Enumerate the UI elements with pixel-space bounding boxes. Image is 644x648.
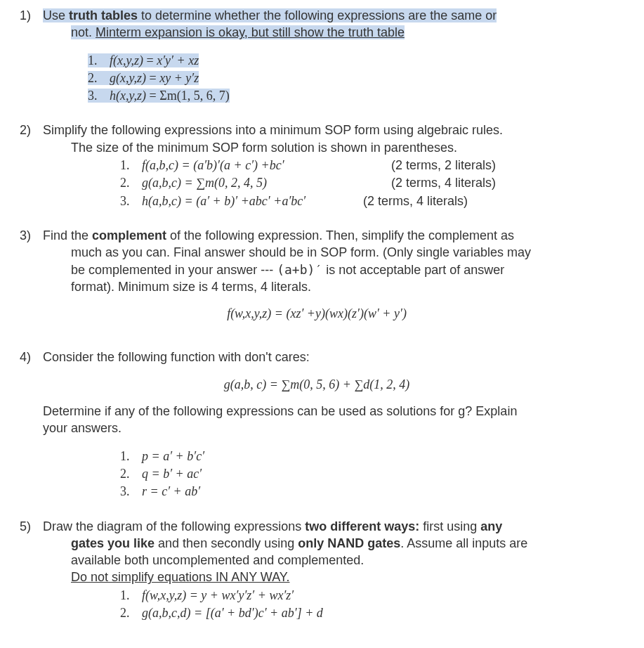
- text: Use: [43, 8, 69, 22]
- text: first using: [419, 519, 480, 533]
- equation-list: 1. f(x,y,z) = x′y′ + xz 2. g(x,y,z) = xy…: [88, 52, 619, 105]
- text-line: available both uncomplemented and comple…: [71, 552, 364, 569]
- problem-body: Consider the following function with don…: [43, 349, 619, 500]
- bold-phrase: complement: [92, 228, 166, 242]
- equation-item-1: 1. f(a,b,c) = (a′b)′(a + c′) +bc′ (2 ter…: [120, 157, 619, 174]
- text: is not acceptable part of answer: [322, 263, 504, 277]
- item-number: 1.: [88, 52, 106, 69]
- lhs: f(x,y,z): [110, 53, 143, 67]
- equation: g(x,y,z) = xy + y′z: [110, 71, 199, 85]
- problem-1: 1) Use truth tables to determine whether…: [20, 7, 624, 105]
- text: be complemented in your answer ---: [71, 263, 277, 277]
- problem-number: 2): [20, 122, 39, 138]
- equation-list: 1. f(w,x,y,z) = y + wx′y′z′ + wx′z′ 2. g…: [120, 587, 619, 622]
- equation: g(a,b,c,d) = [(a′ + bd′)c′ + ab′] + d: [142, 606, 323, 620]
- problem-body: Find the complement of the following exp…: [43, 227, 619, 332]
- item-number: 2.: [88, 70, 106, 86]
- note: (2 terms, 2 literals): [391, 157, 532, 174]
- highlighted-line: Use truth tables to determine whether th…: [43, 8, 497, 22]
- bold-phrase: two different ways:: [305, 519, 419, 533]
- equation-item-3: 3. r = c′ + ab′: [120, 483, 619, 500]
- problem-5: 5) Draw the diagram of the following exp…: [20, 518, 624, 623]
- problem-number: 1): [20, 7, 39, 24]
- bold-phrase: any: [480, 519, 502, 533]
- text: Draw the diagram of the following expres…: [43, 519, 305, 533]
- problem-body: Simplify the following expressions into …: [43, 122, 619, 209]
- text: to determine whether the following expre…: [138, 8, 497, 22]
- problem-2: 2) Simplify the following expressions in…: [20, 122, 624, 209]
- text: Find the: [43, 228, 92, 242]
- item-number: 2.: [120, 465, 138, 482]
- item-number: 2.: [120, 174, 138, 191]
- underlined-text: Do not simplify equations IN ANY WAY.: [71, 569, 289, 585]
- equation-item-2: 2. g(a,b,c) = ∑m(0, 2, 4, 5) (2 terms, 4…: [120, 174, 619, 191]
- note: (2 terms, 4 literals): [391, 174, 532, 191]
- equation-item-2: 2. g(x,y,z) = xy + y′z: [88, 70, 619, 86]
- rhs: x′y′ + xz: [157, 53, 199, 67]
- underlined-text: Minterm expansion is okay, but still sho…: [96, 25, 405, 39]
- problem-number: 3): [20, 227, 39, 244]
- code-text: (a+b)′: [277, 262, 322, 277]
- eq-sign: =: [146, 71, 159, 85]
- equation-list: 1. p = a′ + b′c′ 2. q = b′ + ac′ 3. r = …: [120, 448, 619, 500]
- equation-item-3: 3. h(a,b,c) = (a′ + b)′ +abc′ +a′bc′ (2 …: [120, 193, 619, 209]
- text-line: your answers.: [43, 421, 121, 435]
- equation: f(x,y,z) = x′y′ + xz: [110, 53, 199, 67]
- item-number: 1.: [120, 448, 138, 465]
- equation: p = a′ + b′c′: [142, 449, 204, 463]
- equation: h(x,y,z) = Σm(1, 5, 6, 7): [110, 89, 230, 103]
- bold-phrase: only NAND gates: [298, 536, 400, 550]
- problem-body: Use truth tables to determine whether th…: [43, 7, 619, 105]
- display-equation: f(w,x,y,z) = (xz′ +y)(wx)(z′)(w′ + y′): [15, 305, 619, 322]
- equation: g(a,b,c) = ∑m(0, 2, 4, 5): [142, 174, 388, 191]
- equation-item-2: 2. g(a,b,c,d) = [(a′ + bd′)c′ + ab′] + d: [120, 604, 619, 621]
- problem-number: 5): [20, 518, 39, 535]
- note: (2 terms, 4 literals): [363, 193, 504, 209]
- equation-item-3: 3. h(x,y,z) = Σm(1, 5, 6, 7): [88, 87, 619, 104]
- text-line: much as you can. Final answer should be …: [71, 244, 531, 261]
- equation-item-1: 1. p = a′ + b′c′: [120, 448, 619, 465]
- item-number: 3.: [120, 483, 138, 500]
- item-number: 1.: [120, 157, 138, 174]
- text: not.: [71, 25, 96, 39]
- line: not. Minterm expansion is okay, but stil…: [71, 25, 405, 39]
- equation-item-2: 2. q = b′ + ac′: [120, 465, 619, 482]
- item-number: 1.: [120, 587, 138, 604]
- equation-item-1: 1. f(x,y,z) = x′y′ + xz: [88, 52, 619, 69]
- eq-sign: =: [143, 53, 157, 67]
- text: of the following expression. Then, simpl…: [166, 228, 514, 242]
- bold-phrase: gates you like: [71, 536, 155, 550]
- equation: f(a,b,c) = (a′b)′(a + c′) +bc′: [142, 157, 388, 174]
- text-line: Determine if any of the following expres…: [43, 404, 517, 418]
- equation-list: 1. f(a,b,c) = (a′b)′(a + c′) +bc′ (2 ter…: [120, 157, 619, 209]
- equation-item-1: 1. f(w,x,y,z) = y + wx′y′z′ + wx′z′: [120, 587, 619, 604]
- problem-number: 4): [20, 349, 39, 365]
- problem-4: 4) Consider the following function with …: [20, 349, 624, 500]
- problem-body: Draw the diagram of the following expres…: [43, 518, 619, 623]
- equation: q = b′ + ac′: [142, 467, 202, 481]
- eq-sign: =: [146, 89, 159, 103]
- lhs: g(x,y,z): [110, 71, 146, 85]
- text: and then secondly using: [155, 536, 298, 550]
- text-line: The size of the minimum SOP form solutio…: [71, 139, 457, 156]
- equation: f(w,x,y,z) = y + wx′y′z′ + wx′z′: [142, 588, 294, 602]
- highlighted-equation: 1. f(x,y,z) = x′y′ + xz: [88, 53, 199, 67]
- equation: h(a,b,c) = (a′ + b)′ +abc′ +a′bc′: [142, 193, 360, 209]
- rhs: xy + y′z: [159, 71, 199, 85]
- lhs: h(x,y,z): [110, 89, 146, 103]
- bold-phrase: truth tables: [69, 8, 138, 22]
- rhs: Σm(1, 5, 6, 7): [159, 89, 229, 103]
- highlighted-text: not. Minterm expansion is okay, but stil…: [71, 25, 405, 39]
- text-line: gates you like and then secondly using o…: [71, 535, 527, 552]
- text-line: format). Minimum size is 4 terms, 4 lite…: [71, 278, 311, 295]
- equation: r = c′ + ab′: [142, 484, 200, 498]
- highlighted-equation: 3. h(x,y,z) = Σm(1, 5, 6, 7): [88, 89, 230, 103]
- item-number: 2.: [120, 604, 138, 621]
- text-line: be complemented in your answer --- (a+b)…: [71, 261, 504, 278]
- item-number: 3.: [120, 193, 138, 209]
- item-number: 3.: [88, 87, 106, 104]
- text-line: Consider the following function with don…: [43, 350, 310, 364]
- text: . Assume all inputs are: [400, 536, 527, 550]
- text-line: Simplify the following expressions into …: [43, 123, 503, 137]
- problem-3: 3) Find the complement of the following …: [20, 227, 624, 332]
